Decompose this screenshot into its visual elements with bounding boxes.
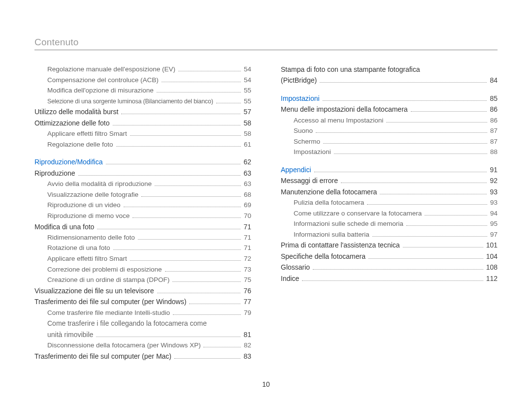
toc-label: Menu delle impostazioni della fotocamera: [281, 104, 408, 115]
toc-leader-dots: [157, 92, 241, 93]
page-number: 10: [0, 380, 532, 388]
toc-entry[interactable]: Suono87: [281, 125, 498, 136]
toc-entry[interactable]: Applicare effetti filtro Smart72: [34, 253, 251, 264]
toc-entry[interactable]: Indice112: [281, 273, 498, 284]
toc-page-number: 63: [243, 168, 251, 179]
toc-label: Creazione di un ordine di stampa (DPOF): [47, 275, 169, 285]
toc-leader-dots: [372, 236, 487, 237]
toc-page-number: 81: [243, 329, 251, 340]
toc-entry[interactable]: Riproduzione di un video69: [34, 200, 251, 211]
toc-spacer: [34, 150, 251, 156]
toc-entry[interactable]: Glossario108: [281, 262, 498, 273]
toc-entry[interactable]: Manutenzione della fotocamera93: [281, 186, 498, 197]
toc-entry[interactable]: Come trasferire file mediante Intelli-st…: [34, 308, 251, 318]
toc-page-number: 84: [490, 75, 498, 86]
toc-leader-dots: [157, 293, 241, 293]
toc-entry[interactable]: Modifica di una foto71: [34, 221, 251, 232]
toc-spacer: [281, 157, 498, 164]
toc-page-number: 71: [243, 221, 251, 232]
toc-entry[interactable]: Regolazione delle foto61: [34, 139, 251, 150]
toc-entry[interactable]: Rotazione di una foto71: [34, 243, 251, 253]
toc-entry[interactable]: Selezione di una sorgente luminosa (Bila…: [34, 96, 251, 107]
toc-label: Visualizzazione dei file su un televisor…: [34, 285, 154, 296]
page-header: Contenuto: [34, 37, 498, 50]
toc-leader-dots: [323, 143, 487, 144]
toc-label: Modifica dell'opzione di misurazione: [47, 85, 154, 96]
toc-entry[interactable]: Pulizia della fotocamera93: [281, 197, 498, 208]
toc-leader-dots: [323, 100, 487, 101]
toc-page-number: 58: [244, 128, 251, 139]
toc-label: Informazioni sulle schede di memoria: [294, 218, 403, 229]
toc-label: Indice: [281, 273, 299, 284]
toc-entry[interactable]: Ottimizzazione delle foto58: [34, 118, 251, 128]
toc-entry[interactable]: Visualizzazione dei file su un televisor…: [34, 285, 251, 296]
toc-entry[interactable]: Menu delle impostazioni della fotocamera…: [281, 104, 498, 115]
toc-leader-dots: [320, 82, 487, 83]
toc-label: Come trasferire i file collegando la fot…: [47, 318, 207, 329]
toc-page-number: 73: [244, 264, 251, 275]
toc-leader-dots: [96, 337, 240, 337]
toc-entry[interactable]: Avvio della modalità di riproduzione63: [34, 179, 251, 189]
toc-entry[interactable]: Schermo87: [281, 136, 498, 147]
toc-page-number: 86: [490, 104, 498, 115]
toc-label: Impostazioni: [281, 93, 320, 104]
toc-entry[interactable]: Riproduzione di memo voce70: [34, 211, 251, 221]
toc-page-number: 70: [244, 211, 251, 221]
toc-page-number: 97: [490, 229, 498, 240]
toc-leader-dots: [302, 280, 483, 281]
toc-entry[interactable]: Utilizzo delle modalità burst57: [34, 106, 251, 117]
toc-entry[interactable]: Trasferimento dei file sul computer (per…: [34, 351, 251, 362]
toc-label: Suono: [294, 125, 313, 136]
toc-leader-dots: [106, 164, 241, 164]
toc-entry[interactable]: Modifica dell'opzione di misurazione55: [34, 85, 251, 96]
toc-entry[interactable]: Messaggi di errore92: [281, 175, 498, 186]
toc-label: Applicare effetti filtro Smart: [47, 128, 127, 139]
toc-label: Applicare effetti filtro Smart: [47, 253, 127, 264]
toc-page-number: 87: [490, 136, 498, 147]
toc-entry[interactable]: Trasferimento dei file sul computer (per…: [34, 296, 251, 307]
toc-entry[interactable]: Appendici91: [281, 164, 498, 175]
toc-label: Stampa di foto con una stampante fotogra…: [281, 64, 420, 75]
toc-entry[interactable]: Come utilizzare o conservare la fotocame…: [281, 208, 498, 219]
toc-label: Regolazione delle foto: [47, 139, 113, 150]
toc-page-number: 91: [490, 164, 498, 175]
toc-leader-dots: [97, 229, 240, 229]
toc-leader-dots: [334, 154, 487, 154]
toc-leader-dots: [165, 271, 241, 272]
toc-leader-dots: [316, 132, 487, 133]
toc-page-number: 94: [490, 208, 498, 219]
toc-entry[interactable]: Impostazioni88: [281, 147, 498, 157]
toc-leader-dots: [113, 249, 241, 250]
toc-page-number: 88: [490, 147, 498, 157]
toc-entry[interactable]: Come trasferire i file collegando la fot…: [34, 318, 251, 340]
toc-label: Riproduzione/Modifica: [34, 156, 103, 167]
toc-entry[interactable]: Riproduzione/Modifica62: [34, 156, 251, 167]
toc-entry[interactable]: Disconnessione della fotocamera (per Win…: [34, 340, 251, 351]
toc-leader-dots: [78, 175, 241, 176]
toc-label: Correzione dei problemi di esposizione: [47, 264, 162, 275]
toc-entry[interactable]: Informazioni sulla batteria97: [281, 229, 498, 240]
toc-entry[interactable]: Stampa di foto con una stampante fotogra…: [281, 64, 498, 86]
toc-label: Avvio della modalità di riproduzione: [47, 179, 152, 189]
toc-entry[interactable]: Ridimensionamento delle foto71: [34, 232, 251, 243]
toc-entry[interactable]: Correzione dei problemi di esposizione73: [34, 264, 251, 275]
toc-entry[interactable]: Prima di contattare l'assistenza tecnica…: [281, 240, 498, 250]
toc-label: Impostazioni: [294, 147, 331, 157]
toc-page-number: 87: [490, 125, 498, 136]
toc-leader-dots: [113, 125, 241, 125]
toc-entry[interactable]: Informazioni sulle schede di memoria95: [281, 218, 498, 229]
toc-label: Ridimensionamento delle foto: [47, 232, 135, 243]
toc-entry[interactable]: Creazione di un ordine di stampa (DPOF)7…: [34, 275, 251, 285]
toc-entry[interactable]: Visualizzazione delle fotografie68: [34, 189, 251, 200]
toc-entry[interactable]: Impostazioni85: [281, 93, 498, 104]
toc-page-number: 79: [244, 308, 251, 318]
toc-page-number: 71: [244, 232, 251, 243]
toc-entry[interactable]: Regolazione manuale dell'esposizione (EV…: [34, 64, 251, 75]
toc-entry[interactable]: Applicare effetti filtro Smart58: [34, 128, 251, 139]
toc-entry[interactable]: Accesso al menu Impostazioni86: [281, 115, 498, 126]
toc-entry[interactable]: Compensazione del controluce (ACB)54: [34, 75, 251, 86]
toc-entry[interactable]: Riproduzione63: [34, 168, 251, 179]
toc-label: Ottimizzazione delle foto: [34, 118, 110, 128]
toc-page-number: 93: [490, 186, 498, 197]
toc-entry[interactable]: Specifiche della fotocamera104: [281, 251, 498, 262]
